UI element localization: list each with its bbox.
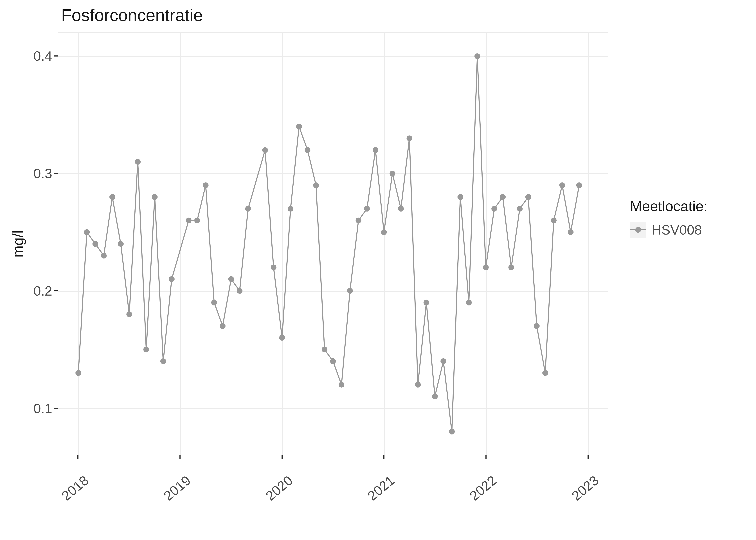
legend-title: Meetlocatie: <box>630 198 742 214</box>
data-point <box>338 382 344 387</box>
data-point <box>568 229 573 235</box>
data-point <box>84 229 90 235</box>
data-point <box>466 300 472 306</box>
legend-label: HSV008 <box>652 222 702 238</box>
data-point <box>109 194 115 200</box>
x-tick-label: 2019 <box>156 472 193 507</box>
data-point <box>194 217 200 223</box>
data-point <box>288 206 294 212</box>
data-point <box>126 312 132 317</box>
data-point <box>424 300 429 306</box>
data-point <box>551 217 557 223</box>
data-point <box>381 229 387 235</box>
data-point <box>364 206 370 212</box>
y-tick-mark <box>54 290 58 291</box>
x-tick-mark <box>587 456 588 459</box>
legend-item: HSV008 <box>630 222 742 238</box>
data-point <box>262 147 268 153</box>
chart-title: Fosforconcentratie <box>61 5 203 25</box>
y-tick-mark <box>54 56 58 57</box>
data-point <box>203 182 209 188</box>
data-point <box>449 429 455 435</box>
data-point <box>508 264 514 270</box>
data-point <box>92 241 98 247</box>
data-point <box>525 194 531 200</box>
y-tick-label: 0.1 <box>22 401 52 416</box>
data-point <box>483 264 489 270</box>
data-point <box>245 206 251 212</box>
x-tick-mark <box>282 456 283 459</box>
x-tick-mark <box>77 456 78 459</box>
y-axis-label: mg/l <box>10 230 26 257</box>
legend-swatch <box>630 222 646 238</box>
data-point <box>457 194 463 200</box>
x-tick-label: 2021 <box>360 472 397 507</box>
data-point <box>237 288 242 294</box>
data-point <box>398 206 404 212</box>
data-point <box>211 300 217 306</box>
data-point <box>432 393 438 399</box>
data-point <box>517 206 523 212</box>
data-point <box>407 136 412 141</box>
data-point <box>296 124 302 129</box>
plot-panel <box>58 32 608 456</box>
data-point <box>169 276 175 282</box>
x-tick-mark <box>180 456 181 459</box>
data-point <box>279 335 285 340</box>
y-tick-label: 0.2 <box>22 283 52 299</box>
data-point <box>228 276 234 282</box>
legend: Meetlocatie: HSV008 <box>630 198 742 238</box>
data-point <box>347 288 353 294</box>
legend-point-icon <box>635 227 641 233</box>
data-point <box>75 370 81 376</box>
data-point <box>534 323 540 329</box>
data-point <box>576 182 582 188</box>
x-tick-mark <box>485 456 486 459</box>
x-tick-mark <box>383 456 384 459</box>
data-point <box>474 53 480 59</box>
y-tick-mark <box>54 408 58 409</box>
x-tick-label: 2020 <box>258 472 295 507</box>
x-tick-label: 2022 <box>462 472 499 507</box>
data-point <box>118 241 124 247</box>
y-tick-mark <box>54 173 58 174</box>
data-point <box>101 253 107 258</box>
y-tick-label: 0.4 <box>22 48 52 64</box>
data-point <box>220 323 225 329</box>
data-point <box>330 358 336 364</box>
data-point <box>491 206 497 212</box>
data-point <box>313 182 319 188</box>
chart-canvas: Fosforconcentratie mg/l 0.10.20.30.4 201… <box>0 0 756 540</box>
data-point <box>542 370 548 376</box>
series-line <box>78 56 579 432</box>
data-point <box>271 264 277 270</box>
data-point <box>500 194 506 200</box>
data-point <box>143 347 149 352</box>
x-tick-label: 2023 <box>564 472 601 507</box>
data-point <box>390 171 395 177</box>
data-point <box>186 217 191 223</box>
y-tick-label: 0.3 <box>22 166 52 181</box>
data-point <box>305 147 311 153</box>
data-point <box>559 182 565 188</box>
data-point <box>160 358 166 364</box>
data-point <box>441 358 446 364</box>
data-point <box>373 147 378 153</box>
plot-svg <box>58 33 608 455</box>
data-point <box>356 217 361 223</box>
data-point <box>135 159 141 165</box>
x-tick-label: 2018 <box>54 472 91 507</box>
data-point <box>415 382 421 387</box>
data-point <box>152 194 158 200</box>
data-point <box>322 347 327 352</box>
